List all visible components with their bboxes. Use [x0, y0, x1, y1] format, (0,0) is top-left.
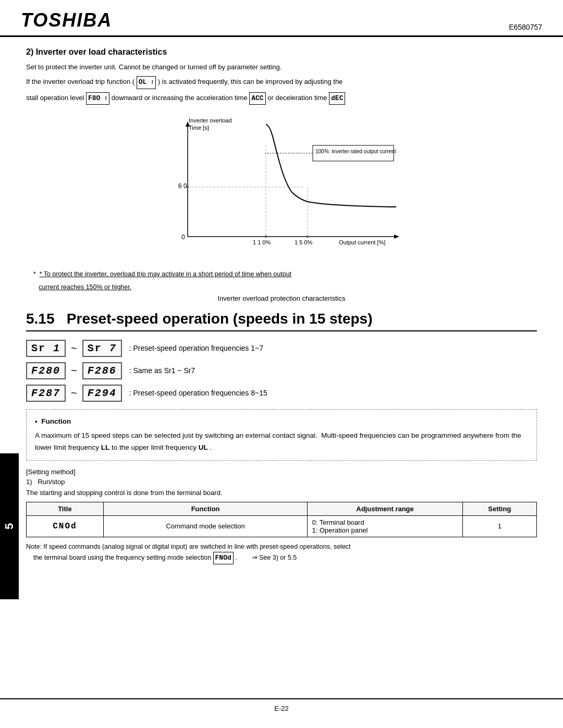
- page-container: TOSHIBA E6580757 5 2) Inverter over load…: [0, 0, 563, 728]
- code-fnod: FNOd: [213, 552, 234, 565]
- svg-marker-4: [394, 235, 399, 239]
- svg-text:Inverter overload: Inverter overload: [189, 117, 232, 124]
- code-row-3: F287 ~ F294 : Preset-speed operation fre…: [26, 385, 537, 402]
- svg-text:Time [s]: Time [s]: [189, 125, 209, 131]
- table-row: CNOd Command mode selection 0: Terminal …: [27, 515, 537, 537]
- svg-rect-0: [172, 119, 381, 234]
- toshiba-logo: TOSHIBA: [21, 9, 112, 31]
- col-range: Adjustment range: [308, 502, 462, 515]
- svg-text:0: 0: [181, 233, 185, 241]
- function-title: • Function: [35, 416, 528, 428]
- settings-table: Title Function Adjustment range Setting …: [26, 502, 537, 537]
- lcd-f280: F280: [26, 362, 66, 379]
- svg-text:1 1 0%: 1 1 0%: [253, 239, 271, 245]
- overload-chart: Inverter overload Time [s] 6 0 0 1 1 0%: [136, 114, 427, 260]
- setting-method-label: [Setting method]: [26, 468, 537, 476]
- section-heading: Preset-speed operation (speeds in 15 ste…: [67, 311, 373, 327]
- code-label-1: : Preset-speed operation frequencies 1~7: [129, 344, 263, 352]
- function-box: • Function A maximum of 15 speed steps c…: [26, 409, 537, 461]
- svg-text:100%: inverter rated output cu: 100%: inverter rated output current: [315, 149, 396, 154]
- code-acc: ACC: [249, 92, 265, 105]
- page-number: E-22: [274, 705, 288, 712]
- lcd-f286: F286: [82, 362, 122, 379]
- desc1: Set to protect the inverter unit. Cannot…: [26, 62, 537, 73]
- col-setting: Setting: [462, 502, 536, 515]
- doc-number: E6580757: [509, 23, 542, 31]
- col-function: Function: [103, 502, 308, 515]
- section515: 5.15 Preset-speed operation (speeds in 1…: [26, 311, 537, 564]
- function-text: A maximum of 15 speed steps can be selec…: [35, 430, 528, 454]
- col-title: Title: [27, 502, 104, 515]
- code-f80: F8O !: [86, 92, 109, 105]
- section-tab: 5: [0, 453, 19, 599]
- code-label-2: : Same as Sr1 ~ Sr7: [129, 366, 195, 375]
- cell-setting: 1: [462, 515, 536, 537]
- code-dec: dEC: [329, 92, 345, 105]
- main-content: 2) Inverter over load characteristics Se…: [0, 37, 563, 575]
- desc2: If the inverter overload trip function (…: [26, 76, 537, 89]
- run-stop-label: 1) Run/stop: [26, 478, 537, 486]
- footnote2: current reaches 150% or higher.: [26, 282, 537, 292]
- lcd-f294: F294: [82, 385, 122, 402]
- section2: 2) Inverter over load characteristics Se…: [26, 47, 537, 302]
- cell-function: Command mode selection: [103, 515, 308, 537]
- footnote: * * To protect the inverter, overload tr…: [26, 269, 537, 279]
- cell-title-code: CNOd: [27, 515, 104, 537]
- code-row-2: F280 ~ F286 : Same as Sr1 ~ Sr7: [26, 362, 537, 379]
- lcd-sr7: Sr 7: [82, 340, 122, 357]
- desc3: stall operation level F8O ! downward or …: [26, 92, 537, 105]
- header: TOSHIBA E6580757: [0, 0, 563, 37]
- note-text: Note: If speed commands (analog signal o…: [26, 541, 537, 565]
- code-row-1: Sr 1 ~ Sr 7 : Preset-speed operation fre…: [26, 340, 537, 357]
- chart-caption: Inverter overload protection characteris…: [26, 294, 537, 302]
- code-ol: OL !: [137, 76, 156, 89]
- svg-text:1 5 0%: 1 5 0%: [295, 239, 312, 245]
- section-number: 5.15: [26, 311, 55, 327]
- cell-range: 0: Terminal board 1: Operation panel: [308, 515, 462, 537]
- footer: E-22: [0, 698, 563, 718]
- section515-title: 5.15 Preset-speed operation (speeds in 1…: [26, 311, 537, 331]
- lcd-sr1: Sr 1: [26, 340, 66, 357]
- svg-text:6 0: 6 0: [178, 182, 187, 190]
- chart-container: Inverter overload Time [s] 6 0 0 1 1 0%: [26, 114, 537, 260]
- section2-title: 2) Inverter over load characteristics: [26, 47, 537, 57]
- svg-text:Output current [%]: Output current [%]: [339, 239, 385, 245]
- code-label-3: : Preset-speed operation frequencies 8~1…: [129, 389, 267, 397]
- lcd-f287: F287: [26, 385, 66, 402]
- run-stop-desc: The starting and stopping control is don…: [26, 488, 537, 499]
